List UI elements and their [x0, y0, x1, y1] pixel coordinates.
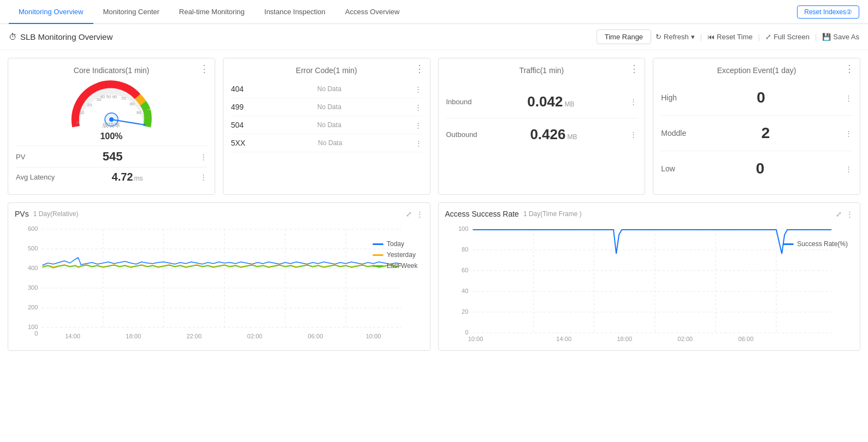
outbound-label: Outbound — [446, 130, 477, 139]
success-rate-chart-header: Access Success Rate 1 Day(Time Frame ) ⤢… — [445, 210, 854, 218]
header-bar: ⏱ SLB Monitoring Overview Time Range ↻ R… — [0, 24, 868, 50]
inbound-value: 0.042 — [527, 93, 563, 110]
svg-text:100: 100 — [28, 324, 38, 330]
success-rate-chart-area: 100 80 60 40 20 0 10:00 14:00 18:00 02:0… — [445, 224, 854, 344]
legend-success-rate: Success Rate(%) — [783, 240, 848, 248]
error-menu-404[interactable]: ⋮ — [415, 85, 422, 93]
outbound-unit: MB — [567, 133, 577, 141]
svg-text:80: 80 — [129, 101, 134, 106]
inbound-menu[interactable]: ⋮ — [630, 98, 637, 106]
exception-moddle-row: Moddle 2 ⋮ — [661, 115, 852, 151]
reset-indexes-button[interactable]: Reset Indexes② — [797, 5, 859, 19]
exception-moddle-menu[interactable]: ⋮ — [845, 129, 852, 138]
pv-chart-legend: Today Yesterday Last Week — [373, 240, 417, 270]
core-card-title: Core Indicators(1 min) — [16, 66, 207, 75]
traffic-section: Inbound 0.042 MB ⋮ Outbound 0.426 MB ⋮ — [446, 80, 637, 156]
svg-text:10:00: 10:00 — [366, 333, 381, 339]
latency-value: 4.72 — [112, 171, 133, 183]
refresh-button[interactable]: ↻ Refresh ▾ — [656, 33, 695, 41]
legend-success-rate-dot — [783, 243, 794, 245]
pv-row: PV 545 ⋮ — [16, 146, 207, 167]
tab-realtime-monitoring[interactable]: Real-time Monitoring — [169, 0, 255, 24]
inbound-label: Inbound — [446, 98, 472, 106]
svg-text:10:00: 10:00 — [468, 336, 483, 342]
error-menu-504[interactable]: ⋮ — [415, 121, 422, 129]
svg-text:20: 20 — [87, 103, 92, 107]
error-status-404: No Data — [317, 85, 341, 93]
pv-chart-card: PVs 1 Day(Relative) ⤢ ⋮ — [8, 202, 430, 351]
traffic-card-title: Traffic(1 min) — [446, 66, 637, 75]
pv-chart-svg: 600 500 400 300 200 100 0 14:00 18:00 22… — [15, 224, 423, 344]
exception-low-value: 0 — [756, 160, 765, 177]
svg-text:18:00: 18:00 — [126, 333, 141, 339]
error-card-menu[interactable]: ⋮ — [415, 64, 424, 74]
error-menu-5xx[interactable]: ⋮ — [415, 139, 422, 147]
time-range-button[interactable]: Time Range — [597, 29, 651, 44]
error-status-504: No Data — [317, 121, 341, 129]
latency-menu[interactable]: ⋮ — [200, 173, 207, 181]
tab-monitoring-overview[interactable]: Monitoring Overview — [9, 0, 93, 24]
refresh-icon: ↻ — [656, 33, 662, 41]
cards-row: Core Indicators(1 min) ⋮ — [8, 58, 860, 195]
legend-today-dot — [373, 243, 383, 245]
tab-instance-inspection[interactable]: Instance Inspection — [255, 0, 335, 24]
error-code-404: 404 — [231, 85, 244, 93]
svg-text:10: 10 — [79, 110, 84, 115]
gauge-label: 成功率 — [102, 121, 120, 129]
legend-lastweek-dot — [373, 265, 383, 267]
legend-lastweek-label: Last Week — [387, 262, 417, 270]
pv-chart-header: PVs 1 Day(Relative) ⤢ ⋮ — [15, 210, 423, 218]
pv-chart-title: PVs — [15, 210, 29, 218]
top-nav: Monitoring Overview Monitoring Center Re… — [0, 0, 868, 24]
svg-text:40 50 60: 40 50 60 — [100, 94, 117, 99]
core-card-menu[interactable]: ⋮ — [199, 64, 209, 74]
exception-card: Exception Event(1 day) ⋮ High 0 ⋮ Moddle… — [653, 58, 860, 195]
svg-text:300: 300 — [28, 284, 38, 291]
save-icon: 💾 — [822, 33, 831, 41]
svg-text:40: 40 — [462, 288, 468, 294]
exception-card-menu[interactable]: ⋮ — [845, 64, 854, 74]
exception-low-row: Low 0 ⋮ — [661, 151, 852, 186]
svg-text:14:00: 14:00 — [556, 336, 571, 342]
success-rate-expand-icon[interactable]: ⤢ — [836, 210, 842, 218]
chevron-down-icon: ▾ — [691, 33, 695, 41]
pv-chart-menu-icon[interactable]: ⋮ — [416, 210, 423, 218]
exception-low-label: Low — [661, 164, 675, 173]
error-status-499: No Data — [317, 103, 341, 111]
tab-monitoring-center[interactable]: Monitoring Center — [93, 0, 169, 24]
svg-text:100: 100 — [458, 225, 468, 232]
exception-rows: High 0 ⋮ Moddle 2 ⋮ Low 0 ⋮ — [661, 80, 852, 186]
traffic-card-menu[interactable]: ⋮ — [629, 64, 639, 74]
inbound-unit: MB — [564, 100, 574, 108]
legend-success-rate-label: Success Rate(%) — [797, 240, 848, 248]
svg-text:0: 0 — [34, 330, 38, 337]
legend-lastweek: Last Week — [373, 262, 417, 270]
pv-chart-actions: ⤢ ⋮ — [406, 210, 423, 218]
inbound-row: Inbound 0.042 MB ⋮ — [446, 86, 637, 118]
exception-moddle-value: 2 — [761, 124, 770, 142]
exception-low-menu[interactable]: ⋮ — [845, 165, 852, 173]
error-row-499: 499 No Data ⋮ — [231, 98, 422, 116]
charts-row: PVs 1 Day(Relative) ⤢ ⋮ — [8, 202, 860, 351]
error-rows: 404 No Data ⋮ 499 No Data ⋮ 504 No Data … — [231, 80, 422, 152]
pv-menu[interactable]: ⋮ — [200, 153, 207, 161]
svg-text:0: 0 — [465, 329, 468, 336]
svg-text:200: 200 — [28, 304, 38, 310]
success-rate-menu-icon[interactable]: ⋮ — [846, 210, 853, 218]
svg-text:600: 600 — [28, 225, 38, 232]
outbound-menu[interactable]: ⋮ — [630, 130, 637, 139]
reset-time-button[interactable]: ⏮ Reset Time — [707, 33, 753, 41]
pv-chart-expand-icon[interactable]: ⤢ — [406, 210, 412, 218]
full-screen-button[interactable]: ⤢ Full Screen — [765, 33, 810, 41]
error-menu-499[interactable]: ⋮ — [415, 103, 422, 111]
tab-access-overview[interactable]: Access Overview — [335, 0, 410, 24]
success-rate-chart-legend: Success Rate(%) — [783, 240, 848, 248]
svg-text:90: 90 — [136, 110, 141, 115]
save-as-button[interactable]: 💾 Save As — [822, 33, 859, 41]
exception-card-title: Exception Event(1 day) — [661, 66, 852, 75]
pv-value: 545 — [103, 150, 123, 164]
error-row-504: 504 No Data ⋮ — [231, 116, 422, 134]
exception-high-menu[interactable]: ⋮ — [845, 94, 852, 102]
error-code-504: 504 — [231, 121, 244, 129]
svg-text:70: 70 — [121, 96, 126, 101]
